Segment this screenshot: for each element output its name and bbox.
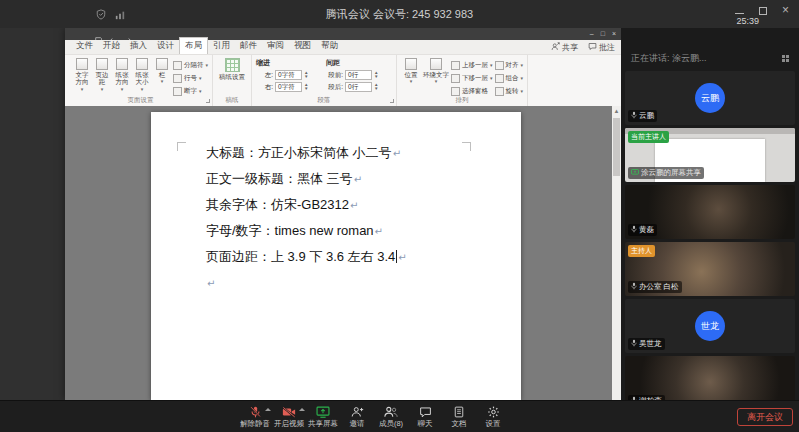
video-tile[interactable]: 主持人 办公室 白松: [625, 242, 795, 296]
tab-home[interactable]: 开始: [98, 38, 125, 54]
layout-grid-icon[interactable]: [782, 55, 789, 62]
share-person-icon: [551, 42, 560, 53]
tab-mailings[interactable]: 邮件: [235, 38, 262, 54]
indent-right-input[interactable]: 0字符: [275, 82, 302, 92]
tab-file[interactable]: 文件: [71, 38, 98, 54]
group-button[interactable]: 组合▾: [495, 73, 524, 84]
tab-insert[interactable]: 插入: [125, 38, 152, 54]
send-backward-icon: [451, 74, 460, 83]
camera-off-icon: [282, 405, 296, 419]
documents-button[interactable]: 文档: [442, 403, 476, 429]
unmute-button[interactable]: 解除静音: [238, 403, 272, 429]
share-screen-button[interactable]: 共享屏幕: [306, 403, 340, 429]
dropdown-caret-icon: ▾: [199, 76, 202, 81]
bring-forward-icon: [451, 61, 460, 70]
video-tile[interactable]: 黄磊: [625, 185, 795, 239]
text-direction-icon: [76, 58, 88, 70]
minimize-button[interactable]: [735, 13, 744, 14]
members-button[interactable]: 成员(8): [374, 403, 408, 429]
text-direction-button[interactable]: 文字方向 ▾: [73, 58, 91, 97]
dialog-launcher-icon[interactable]: [206, 99, 210, 103]
ribbon-group-page-setup: 文字方向 ▾ 页边距 ▾ 纸张方向 ▾: [69, 55, 213, 106]
dialog-launcher-icon[interactable]: [390, 99, 394, 103]
meeting-title: 腾讯会议 会议号: 245 932 983: [0, 7, 799, 22]
video-tile-screen-share[interactable]: 当前主讲人 涂云鹏的屏幕共享: [625, 128, 795, 182]
ribbon-right-actions: 共享 批注: [551, 42, 615, 53]
spinner-icon[interactable]: ▲▼: [304, 83, 308, 91]
word-restore-icon[interactable]: □: [601, 29, 605, 38]
word-close-icon[interactable]: ×: [612, 29, 616, 38]
document-page[interactable]: 大标题：方正小标宋简体 小二号↵ 正文一级标题：黑体 三号↵ 其余字体：仿宋-G…: [151, 112, 521, 400]
submenu-caret-icon[interactable]: [265, 408, 271, 411]
word-share-label: 共享: [562, 42, 578, 53]
scrollbar-thumb[interactable]: [613, 118, 620, 176]
wrap-text-icon: [430, 58, 442, 70]
tab-review[interactable]: 审阅: [262, 38, 289, 54]
chat-button[interactable]: 聊天: [408, 403, 442, 429]
bring-forward-button[interactable]: 上移一层▾: [451, 60, 493, 71]
margins-button[interactable]: 页边距 ▾: [93, 58, 111, 97]
leave-meeting-button[interactable]: 离开会议: [737, 408, 793, 426]
members-icon: [384, 405, 398, 419]
close-button[interactable]: ×: [782, 6, 789, 15]
spinner-icon[interactable]: ▲▼: [374, 71, 378, 79]
settings-gear-icon: [487, 405, 500, 419]
tab-design[interactable]: 设计: [152, 38, 179, 54]
document-icon: [453, 405, 465, 419]
grid-paper-setup-button[interactable]: 稿纸设置: [217, 58, 247, 80]
maximize-button[interactable]: [759, 7, 767, 15]
spacing-before-input[interactable]: 0行: [345, 70, 372, 80]
line-numbers-button[interactable]: 行号▾: [173, 73, 208, 84]
doc-line: 大标题：方正小标宋简体 小二号↵: [206, 140, 506, 166]
paper-size-button[interactable]: 纸张大小 ▾: [133, 58, 151, 97]
vertical-scrollbar[interactable]: ▲: [612, 106, 621, 400]
paragraph-mark-icon: ↵: [354, 174, 362, 185]
now-speaking-label: 正在讲话: 涂云鹏...: [631, 52, 707, 65]
start-video-button[interactable]: 开启视频: [272, 403, 306, 429]
video-tile[interactable]: 世龙 吴世龙: [625, 299, 795, 353]
spinner-icon[interactable]: ▲▼: [374, 83, 378, 91]
ribbon-group-paragraph: 缩进 左: 0字符 ▲▼ 右: 0字符 ▲▼: [252, 55, 397, 106]
position-icon: [405, 58, 417, 70]
breaks-button[interactable]: 分隔符▾: [173, 60, 208, 71]
spacing-before-row: 段前: 0行 ▲▼: [326, 70, 392, 80]
invite-button[interactable]: 邀请: [340, 403, 374, 429]
word-share-button[interactable]: 共享: [551, 42, 578, 53]
indent-header: 缩进: [256, 58, 322, 68]
columns-button[interactable]: 栏 ▾: [153, 58, 171, 97]
orientation-button[interactable]: 纸张方向 ▾: [113, 58, 131, 97]
position-button[interactable]: 位置 ▾: [401, 58, 421, 97]
indent-right-row: 右: 0字符 ▲▼: [256, 82, 322, 92]
spinner-icon[interactable]: ▲▼: [304, 71, 308, 79]
word-comment-button[interactable]: 批注: [588, 42, 615, 53]
tab-layout[interactable]: 布局: [179, 37, 208, 54]
chat-icon: [419, 405, 432, 419]
send-backward-button[interactable]: 下移一层▾: [451, 73, 493, 84]
tab-references[interactable]: 引用: [208, 38, 235, 54]
dropdown-caret-icon: ▾: [521, 76, 524, 81]
tab-help[interactable]: 帮助: [316, 38, 343, 54]
orientation-icon: [116, 58, 128, 70]
wrap-text-button[interactable]: 环绕文字 ▾: [423, 58, 449, 97]
video-tile[interactable]: 云鹏 云鹏: [625, 71, 795, 125]
microphone-icon: [631, 111, 637, 121]
dropdown-caret-icon: ▾: [101, 87, 104, 92]
settings-button[interactable]: 设置: [476, 403, 510, 429]
dropdown-caret-icon: ▾: [435, 79, 438, 84]
spacing-after-input[interactable]: 0行: [345, 82, 372, 92]
paragraph-mark-icon: ↵: [393, 148, 401, 159]
indent-left-input[interactable]: 0字符: [275, 70, 302, 80]
participant-name: 吴世龙: [628, 338, 665, 350]
doc-line: 其余字体：仿宋-GB2312↵: [206, 192, 506, 218]
scroll-up-icon[interactable]: ▲: [612, 106, 621, 116]
video-tile[interactable]: 谢柏森: [625, 356, 795, 400]
grid-paper-icon: [225, 58, 240, 72]
paragraph-mark-icon: ↵: [207, 278, 215, 289]
microphone-icon: [631, 282, 637, 292]
meeting-duration: 25:39: [736, 16, 759, 26]
align-button[interactable]: 对齐▾: [495, 60, 524, 71]
tab-view[interactable]: 视图: [289, 38, 316, 54]
submenu-caret-icon[interactable]: [299, 408, 305, 411]
window-controls: ×: [735, 6, 789, 15]
word-minimize-icon[interactable]: –: [590, 29, 594, 38]
